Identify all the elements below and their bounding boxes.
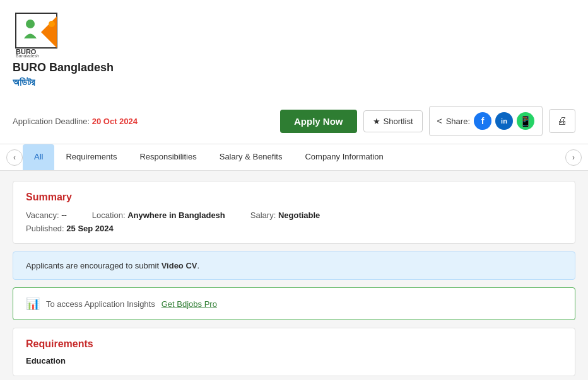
summary-card-body: Summary Vacancy: -- Location: Anywhere i… xyxy=(13,181,575,243)
tab-salary-benefits[interactable]: Salary & Benefits xyxy=(208,144,294,170)
linkedin-share-icon[interactable]: in xyxy=(495,112,513,130)
video-cv-bold: Video CV xyxy=(162,261,197,270)
svg-point-1 xyxy=(26,20,35,28)
requirements-card: Requirements Education xyxy=(13,328,575,376)
header-section: BURO Bangladesh BURO Bangladesh অডিটর xyxy=(0,0,588,101)
company-name: BURO Bangladesh xyxy=(13,61,575,74)
facebook-share-icon[interactable]: f xyxy=(474,112,491,130)
salary-item: Salary: Negotiable xyxy=(250,210,320,220)
deadline-text: Application Deadline: 20 Oct 2024 xyxy=(13,117,138,126)
vacancy-item: Vacancy: -- xyxy=(26,210,67,220)
location-value: Anywhere in Bangladesh xyxy=(127,210,225,220)
tabs-list: All Requirements Responsibilities Salary… xyxy=(23,144,565,170)
summary-title: Summary xyxy=(26,192,562,203)
star-icon: ★ xyxy=(373,117,380,126)
tab-responsibilities[interactable]: Responsibilities xyxy=(128,144,208,170)
whatsapp-share-icon[interactable]: 📱 xyxy=(517,112,534,130)
salary-value: Negotiable xyxy=(278,210,320,220)
tabs-bar: ‹ All Requirements Responsibilities Sala… xyxy=(0,144,588,171)
video-cv-text: Applicants are encouraged to submit xyxy=(26,261,162,270)
tab-right-arrow[interactable]: › xyxy=(565,149,582,166)
job-title: অডিটর xyxy=(13,77,575,88)
apply-now-button[interactable]: Apply Now xyxy=(280,110,357,133)
published-row: Published: 25 Sep 2024 xyxy=(26,224,562,233)
summary-row: Vacancy: -- Location: Anywhere in Bangla… xyxy=(26,210,562,220)
print-button[interactable]: 🖨 xyxy=(549,109,575,133)
page-wrapper: BURO Bangladesh BURO Bangladesh অডিটর Ap… xyxy=(0,0,588,380)
get-bdjobs-pro-link[interactable]: Get Bdjobs Pro xyxy=(162,299,217,309)
share-label: Share: xyxy=(446,117,470,126)
video-cv-banner: Applicants are encouraged to submit Vide… xyxy=(13,251,575,280)
insights-text: To access Application Insights xyxy=(46,299,155,309)
location-label: Location: xyxy=(92,210,126,220)
svg-point-2 xyxy=(49,21,55,27)
published-value: 25 Sep 2024 xyxy=(66,224,113,233)
shortlist-button[interactable]: ★ Shortlist xyxy=(363,110,423,132)
requirements-title: Requirements xyxy=(26,338,562,350)
published-label: Published: xyxy=(26,224,64,233)
salary-label: Salary: xyxy=(250,210,276,220)
tab-company-information[interactable]: Company Information xyxy=(293,144,394,170)
education-label: Education xyxy=(26,356,562,366)
company-logo: BURO Bangladesh xyxy=(13,10,76,57)
summary-card: Summary Vacancy: -- Location: Anywhere i… xyxy=(13,181,575,244)
action-bar: Application Deadline: 20 Oct 2024 Apply … xyxy=(0,101,588,144)
tab-left-arrow[interactable]: ‹ xyxy=(6,149,23,166)
tab-requirements[interactable]: Requirements xyxy=(54,144,128,170)
svg-text:Bangladesh: Bangladesh xyxy=(16,54,39,57)
share-icon: < xyxy=(437,116,442,126)
insights-card: 📊 To access Application Insights Get Bdj… xyxy=(13,287,575,320)
tab-all[interactable]: All xyxy=(23,144,54,170)
video-cv-end: . xyxy=(197,261,199,270)
share-group: < Share: f in 📱 xyxy=(429,106,543,136)
insights-icon: 📊 xyxy=(26,297,40,311)
deadline-date: 20 Oct 2024 xyxy=(92,117,138,126)
location-item: Location: Anywhere in Bangladesh xyxy=(92,210,225,220)
vacancy-label: Vacancy: xyxy=(26,210,59,220)
vacancy-value: -- xyxy=(61,210,67,220)
content-area: Summary Vacancy: -- Location: Anywhere i… xyxy=(0,171,588,380)
shortlist-label: Shortlist xyxy=(384,117,413,126)
deadline-label: Application Deadline: xyxy=(13,117,90,126)
